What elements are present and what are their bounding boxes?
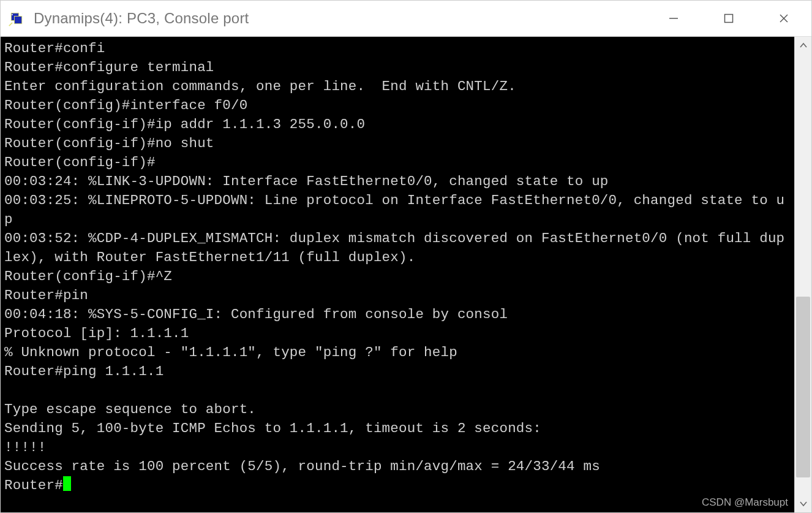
client-area: Router#confi Router#configure terminal E… (1, 36, 811, 512)
title-bar[interactable]: Dynamips(4): PC3, Console port (1, 1, 811, 36)
maximize-icon (723, 13, 734, 24)
minimize-icon (668, 13, 679, 24)
svg-rect-1 (15, 17, 22, 24)
minimize-button[interactable] (646, 1, 701, 36)
maximize-button[interactable] (701, 1, 756, 36)
putty-icon (8, 10, 25, 27)
cursor-block (63, 476, 71, 491)
svg-rect-5 (725, 15, 733, 23)
svg-rect-3 (12, 14, 13, 15)
vertical-scrollbar[interactable] (794, 37, 811, 512)
scroll-up-arrow-icon[interactable] (795, 37, 812, 54)
close-icon (778, 13, 789, 24)
scroll-down-arrow-icon[interactable] (795, 495, 812, 512)
close-button[interactable] (756, 1, 811, 36)
scrollbar-thumb[interactable] (796, 297, 810, 477)
window-root: Dynamips(4): PC3, Console port Router#co… (0, 0, 812, 513)
window-controls (646, 1, 811, 36)
terminal-output[interactable]: Router#confi Router#configure terminal E… (1, 37, 794, 512)
window-title: Dynamips(4): PC3, Console port (34, 10, 646, 27)
svg-line-2 (9, 23, 12, 26)
